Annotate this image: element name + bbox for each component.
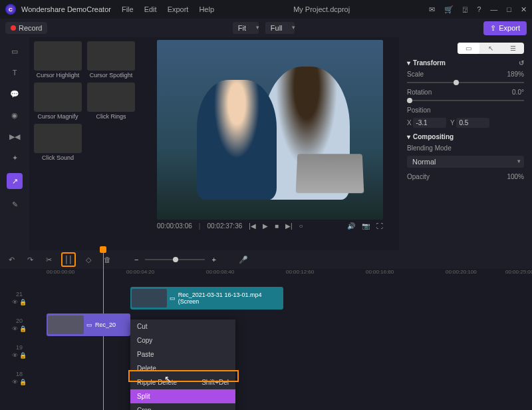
timeline-toolbar: ↶ ↷ ✂ ⎮⎮ ◇ 🗑 − + 🎤 <box>0 250 532 269</box>
fullscreen-icon[interactable]: ⛶ <box>376 222 383 230</box>
play-icon[interactable]: ▶ <box>263 222 268 230</box>
opacity-value: 100% <box>507 173 524 180</box>
position-row: Position <box>407 106 524 114</box>
zoom-minus-icon[interactable]: − <box>134 256 138 264</box>
cursor-icon[interactable]: ↗ <box>7 173 23 189</box>
redo-icon[interactable]: ↷ <box>24 254 36 266</box>
ctx-split[interactable]: Split <box>130 389 235 403</box>
user-icon[interactable]: ⍰ <box>463 5 467 14</box>
track-19[interactable]: 19👁 🔒 <box>0 338 532 365</box>
thumb-cursor-magnify[interactable]: Cursor Magnify <box>33 83 82 120</box>
eye-icon[interactable]: 👁 🔒 <box>12 379 27 385</box>
mouse-cursor-icon: ↖ <box>164 374 172 384</box>
volume-icon[interactable]: 🔊 <box>347 222 355 230</box>
ctx-copy[interactable]: Copy <box>130 333 235 347</box>
preview-panel: 00:00:03:06 | 00:02:37:36 |◀ ▶ ■ ▶| ○ 🔊 … <box>141 37 399 250</box>
help-icon[interactable]: ? <box>477 5 481 14</box>
scale-slider[interactable] <box>407 82 524 83</box>
time-current: 00:00:03:06 <box>157 222 192 230</box>
thumb-click-sound[interactable]: Click Sound <box>33 124 82 161</box>
track-18[interactable]: 18👁 🔒 <box>0 365 532 391</box>
zoom-plus-icon[interactable]: + <box>211 256 215 264</box>
ctx-delete[interactable]: Delete <box>130 361 235 375</box>
loop-icon[interactable]: ○ <box>299 222 303 230</box>
ctx-crop[interactable]: Crop <box>130 403 235 410</box>
preview-controls: 00:00:03:06 | 00:02:37:36 |◀ ▶ ■ ▶| ○ 🔊 … <box>157 220 383 232</box>
minimize-icon[interactable]: — <box>490 5 497 14</box>
main-area: ▭ T 💬 ◉ ▶◀ ✦ ↗ ✎ Cursor Highlight Cursor… <box>0 37 532 250</box>
split-tool-icon[interactable]: ⎮⎮ <box>61 252 76 267</box>
app-logo-icon: C <box>5 4 16 15</box>
sidebar: ▭ T 💬 ◉ ▶◀ ✦ ↗ ✎ <box>0 37 29 250</box>
section-transform[interactable]: ▾ Transform↺ <box>407 59 524 67</box>
export-icon: ⇪ <box>490 24 496 33</box>
scale-value: 189% <box>507 71 524 78</box>
properties-panel: ▭ ↖ ☰ ▾ Transform↺ Scale189% Rotation0.0… <box>399 37 532 250</box>
undo-icon[interactable]: ↶ <box>5 254 17 266</box>
position-y-input[interactable] <box>456 118 489 128</box>
project-name: My Project.dcproj <box>219 5 424 13</box>
menu-export[interactable]: Export <box>168 5 189 13</box>
menu-edit[interactable]: Edit <box>144 5 157 13</box>
mic-icon[interactable]: 🎤 <box>237 254 249 266</box>
context-menu: Cut Copy Paste Delete Ripple DeleteShift… <box>130 319 235 410</box>
eye-icon[interactable]: 👁 🔒 <box>12 325 27 332</box>
topbar: Record Fit Full ⇪ Export <box>0 19 532 37</box>
thumb-cursor-spotlight[interactable]: Cursor Spotlight <box>86 41 136 79</box>
preview-video[interactable] <box>157 40 383 220</box>
next-frame-icon[interactable]: ▶| <box>285 222 293 230</box>
menu-file[interactable]: File <box>122 5 134 13</box>
tab-video-icon[interactable]: ▭ <box>458 43 479 54</box>
caption-icon[interactable]: 💬 <box>9 88 21 100</box>
app-name: Wondershare DemoCreator <box>21 5 111 13</box>
library-panel: Cursor Highlight Cursor Spotlight Cursor… <box>29 37 141 250</box>
maximize-icon[interactable]: □ <box>507 5 511 14</box>
rotation-slider[interactable] <box>407 100 524 101</box>
ctx-cut[interactable]: Cut <box>130 319 235 333</box>
ctx-paste[interactable]: Paste <box>130 347 235 361</box>
snapshot-icon[interactable]: 📷 <box>362 222 370 230</box>
crop-tool-icon[interactable]: ✂ <box>43 254 55 266</box>
eye-icon[interactable]: 👁 🔒 <box>12 299 27 306</box>
ctx-ripple-delete[interactable]: Ripple DeleteShift+Del <box>130 375 235 389</box>
menu-help[interactable]: Help <box>199 5 214 13</box>
cart-icon[interactable]: 🛒 <box>444 5 454 14</box>
track-21[interactable]: 21👁 🔒 ▭Rec_2021-03-31 16-13-01.mp4 (Scre… <box>0 285 532 311</box>
clip-webcam[interactable]: ▭Rec_20 <box>47 313 130 336</box>
text-icon[interactable]: T <box>9 67 21 79</box>
time-total: 00:02:37:36 <box>207 222 242 230</box>
annotation-icon[interactable]: ◉ <box>9 109 21 121</box>
library-icon[interactable]: ▭ <box>9 45 21 57</box>
tab-audio-icon[interactable]: ☰ <box>502 43 524 54</box>
section-compositing[interactable]: ▾ Compositing <box>407 133 524 140</box>
titlebar: C Wondershare DemoCreator File Edit Expo… <box>0 0 532 19</box>
tab-cursor-icon[interactable]: ↖ <box>479 43 501 54</box>
record-button[interactable]: Record <box>5 22 47 34</box>
effects-icon[interactable]: ✦ <box>9 152 21 164</box>
prev-frame-icon[interactable]: |◀ <box>249 222 256 230</box>
thumb-cursor-highlight[interactable]: Cursor Highlight <box>33 41 82 79</box>
track-20[interactable]: 20👁 🔒 ▭Rec_20 <box>0 311 532 338</box>
close-icon[interactable]: ✕ <box>521 5 527 14</box>
zoom-slider[interactable] <box>145 259 205 260</box>
stop-icon[interactable]: ■ <box>275 222 279 230</box>
marker-icon[interactable]: ◇ <box>82 254 94 266</box>
rotation-value: 0.0° <box>512 89 524 96</box>
timeline-ruler[interactable]: 00:00:00:00 00:00:04:20 00:00:08:40 00:0… <box>0 269 532 285</box>
export-button[interactable]: ⇪ Export <box>483 21 527 35</box>
main-menu: File Edit Export Help <box>122 5 214 13</box>
fit-dropdown[interactable]: Fit <box>233 22 259 34</box>
reset-transform-icon[interactable]: ↺ <box>519 59 524 67</box>
clip-screen-recording[interactable]: ▭Rec_2021-03-31 16-13-01.mp4 (Screen <box>130 287 283 309</box>
props-tabs: ▭ ↖ ☰ <box>458 43 524 54</box>
brush-icon[interactable]: ✎ <box>9 198 21 210</box>
position-x-input[interactable] <box>413 118 446 128</box>
window-controls: ✉ 🛒 ⍰ ? — □ ✕ <box>429 5 527 14</box>
eye-icon[interactable]: 👁 🔒 <box>12 352 27 359</box>
mail-icon[interactable]: ✉ <box>429 5 435 14</box>
full-dropdown[interactable]: Full <box>265 22 295 34</box>
transition-icon[interactable]: ▶◀ <box>9 130 21 142</box>
thumb-click-rings[interactable]: Click Rings <box>86 83 136 120</box>
record-dot-icon <box>11 25 16 31</box>
blend-mode-dropdown[interactable]: Normal <box>407 156 524 168</box>
